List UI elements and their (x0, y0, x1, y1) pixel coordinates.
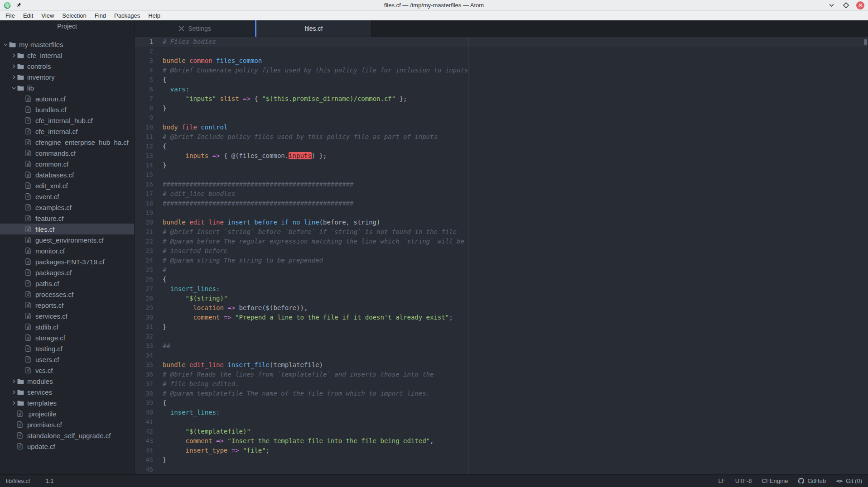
tree-item-paths.cf[interactable]: paths.cf (0, 278, 134, 289)
line-number[interactable]: 21 (135, 227, 159, 237)
line-number[interactable]: 17 (135, 189, 159, 199)
chevron-down-icon[interactable] (2, 43, 9, 47)
line-number[interactable]: 32 (135, 332, 159, 341)
code-line[interactable]: 41 (135, 417, 868, 427)
code-line[interactable]: 3bundle common files_common (135, 56, 868, 66)
line-number[interactable]: 9 (135, 113, 159, 123)
status-file-path[interactable]: lib/files.cf (6, 477, 30, 484)
line-number[interactable]: 33 (135, 341, 159, 351)
code-line[interactable]: 38# @param templatefile The name of the … (135, 389, 868, 398)
line-number[interactable]: 20 (135, 218, 159, 227)
tree-item-testing.cf[interactable]: testing.cf (0, 343, 134, 354)
line-number[interactable]: 22 (135, 237, 159, 246)
tree-item-packages.cf[interactable]: packages.cf (0, 267, 134, 278)
tree-item-files.cf[interactable]: files.cf (0, 224, 134, 234)
scrollbar-thumb[interactable] (864, 39, 867, 45)
line-number[interactable]: 26 (135, 275, 159, 284)
code-line[interactable]: 44 insert_type => "file"; (135, 446, 868, 455)
tree-item-services[interactable]: services (0, 387, 134, 397)
project-panel-header[interactable]: Project (0, 20, 134, 32)
minimize-button[interactable] (827, 1, 835, 10)
tree-item-databases.cf[interactable]: databases.cf (0, 169, 134, 180)
line-number[interactable]: 40 (135, 408, 159, 417)
tree-item-vcs.cf[interactable]: vcs.cf (0, 365, 134, 376)
code-line[interactable]: 34 (135, 351, 868, 360)
code-line[interactable]: 26{ (135, 275, 868, 284)
code-line[interactable]: 13 inputs => { @(files_common.inputs) }; (135, 151, 868, 161)
status-github[interactable]: GitHub (798, 477, 825, 484)
code-line[interactable]: 14} (135, 161, 868, 170)
tree-item-lib[interactable]: lib (0, 82, 134, 93)
tree-item-cfe_internal.cf[interactable]: cfe_internal.cf (0, 126, 134, 137)
code-line[interactable]: 37# file being edited. (135, 379, 868, 389)
line-number[interactable]: 19 (135, 208, 159, 218)
line-number[interactable]: 29 (135, 303, 159, 313)
tree-item-examples.cf[interactable]: examples.cf (0, 202, 134, 213)
code-line[interactable]: 30 comment => "Prepend a line to the fil… (135, 313, 868, 322)
code-line[interactable]: 15 (135, 170, 868, 180)
menu-item-selection[interactable]: Selection (58, 12, 90, 19)
code-line[interactable]: 17# edit_line bundles (135, 189, 868, 199)
tab-files.cf[interactable]: files.cf (255, 20, 371, 37)
line-number[interactable]: 4 (135, 66, 159, 75)
tree-item-event.cf[interactable]: event.cf (0, 191, 134, 202)
tree-item-packages-ENT-3719.cf[interactable]: packages-ENT-3719.cf (0, 256, 134, 267)
tree-item-bundles.cf[interactable]: bundles.cf (0, 104, 134, 115)
code-line[interactable]: 32 (135, 332, 868, 341)
line-number[interactable]: 6 (135, 85, 159, 94)
line-number[interactable]: 18 (135, 199, 159, 208)
line-number[interactable]: 28 (135, 294, 159, 303)
code-line[interactable]: 10body file control (135, 123, 868, 132)
line-number[interactable]: 1 (135, 37, 159, 47)
title-bar[interactable]: files.cf — /tmp/my-masterfiles — Atom (0, 0, 868, 11)
status-lf[interactable]: LF (719, 477, 725, 484)
line-number[interactable]: 39 (135, 398, 159, 408)
line-number[interactable]: 16 (135, 180, 159, 189)
tree-item-my-masterfiles[interactable]: my-masterfiles (0, 39, 134, 50)
chevron-right-icon[interactable] (10, 53, 17, 57)
line-number[interactable]: 37 (135, 379, 159, 389)
tree-item-processes.cf[interactable]: processes.cf (0, 289, 134, 300)
tree-item-services.cf[interactable]: services.cf (0, 310, 134, 321)
line-number[interactable]: 24 (135, 256, 159, 265)
line-number[interactable]: 11 (135, 132, 159, 142)
code-line[interactable]: 6 vars: (135, 85, 868, 94)
tab-settings[interactable]: Settings (135, 20, 255, 37)
code-line[interactable]: 20bundle edit_line insert_before_if_no_l… (135, 218, 868, 227)
menu-item-packages[interactable]: Packages (110, 12, 144, 19)
line-number[interactable]: 2 (135, 47, 159, 56)
chevron-right-icon[interactable] (10, 64, 17, 68)
chevron-right-icon[interactable] (10, 379, 17, 383)
menu-item-help[interactable]: Help (144, 12, 164, 19)
code-line[interactable]: 33## (135, 341, 868, 351)
tree-item-commands.cf[interactable]: commands.cf (0, 148, 134, 158)
menu-item-view[interactable]: View (37, 12, 58, 19)
code-line[interactable]: 46 (135, 465, 868, 474)
line-number[interactable]: 38 (135, 389, 159, 398)
line-number[interactable]: 13 (135, 151, 159, 161)
tree-item-standalone_self_upgrade.cf[interactable]: standalone_self_upgrade.cf (0, 430, 134, 441)
line-number[interactable]: 45 (135, 455, 159, 465)
tree-item-controls[interactable]: controls (0, 61, 134, 72)
status-cursor-position[interactable]: 1:1 (45, 477, 53, 484)
tree-item-modules[interactable]: modules (0, 376, 134, 387)
chevron-right-icon[interactable] (10, 75, 17, 79)
line-number[interactable]: 31 (135, 322, 159, 332)
menu-item-find[interactable]: Find (91, 12, 110, 19)
code-line[interactable]: 19 (135, 208, 868, 218)
line-number[interactable]: 3 (135, 56, 159, 66)
tree-item-users.cf[interactable]: users.cf (0, 354, 134, 365)
tree-item-stdlib.cf[interactable]: stdlib.cf (0, 321, 134, 332)
line-number[interactable]: 46 (135, 465, 159, 474)
code-line[interactable]: 27 insert_lines: (135, 284, 868, 294)
editor[interactable]: 1# Files bodies23bundle common files_com… (135, 37, 868, 474)
code-line[interactable]: 9 (135, 113, 868, 123)
line-number[interactable]: 34 (135, 351, 159, 360)
menu-item-edit[interactable]: Edit (19, 12, 37, 19)
code-line[interactable]: 29 location => before($(before)), (135, 303, 868, 313)
line-number[interactable]: 41 (135, 417, 159, 427)
line-number[interactable]: 36 (135, 370, 159, 379)
tree-item-cfe_internal[interactable]: cfe_internal (0, 50, 134, 61)
menu-item-file[interactable]: File (1, 12, 19, 19)
tree-item-guest_environments.cf[interactable]: guest_environments.cf (0, 234, 134, 245)
